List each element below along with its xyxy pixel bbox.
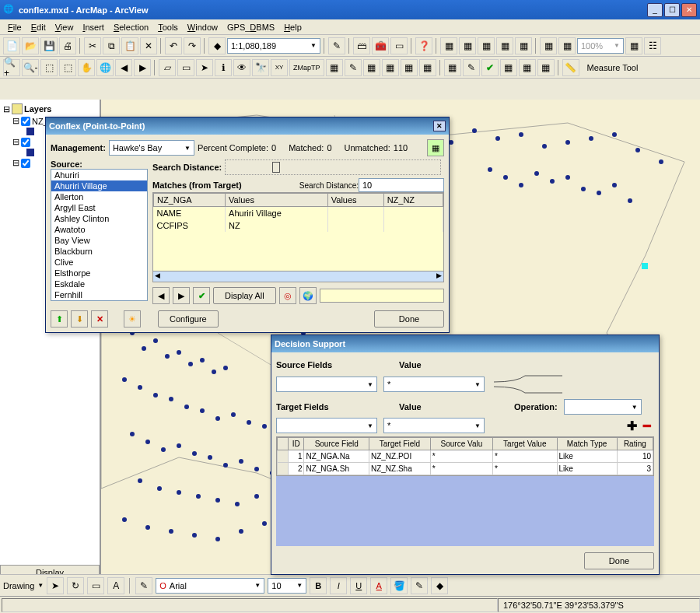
italic-icon[interactable]: I <box>330 577 347 594</box>
source-listbox[interactable]: AhuririAhuriri VillageAllertonArgyll Eas… <box>51 169 148 301</box>
arctoolbox-icon[interactable]: 🧰 <box>372 37 389 54</box>
tool-b[interactable]: ▦ <box>459 37 476 54</box>
source-fields-combo[interactable]: ▼ <box>276 377 377 392</box>
copy-icon[interactable]: ⧉ <box>103 37 120 54</box>
scale-combo[interactable]: ▼ <box>227 38 320 54</box>
management-combo[interactable]: Hawke's Bay▼ <box>109 140 194 156</box>
layer-checkbox[interactable] <box>21 117 30 126</box>
table-icon[interactable]: ▦ <box>427 139 444 156</box>
display-all-button[interactable]: Display All <box>213 287 276 304</box>
undo-icon[interactable]: ↶ <box>165 37 182 54</box>
cmdline-icon[interactable]: ▭ <box>390 37 408 54</box>
source-item[interactable]: Bay View <box>51 235 147 246</box>
conflex-close-icon[interactable]: ✕ <box>433 121 446 131</box>
whatsthis-icon[interactable]: ❓ <box>415 37 432 54</box>
source-item[interactable]: Ahuriri Village <box>51 180 147 191</box>
ds-titlebar[interactable]: Decision Support <box>271 335 659 352</box>
ruler-icon[interactable]: 📏 <box>562 59 579 76</box>
ds-done-button[interactable]: Done <box>584 552 654 569</box>
tool-m[interactable]: ▦ <box>401 59 418 76</box>
menu-insert[interactable]: Insert <box>78 21 109 33</box>
tool-n[interactable]: ▦ <box>419 59 436 76</box>
nextextent-icon[interactable]: ▶ <box>134 59 151 76</box>
pencil2-icon[interactable]: ✎ <box>463 59 480 76</box>
next-button[interactable]: ▶ <box>173 287 190 304</box>
source-value-combo[interactable]: *▼ <box>383 377 485 392</box>
remove-button[interactable]: ✕ <box>91 310 108 328</box>
zoom-combo[interactable]: 100%▼ <box>577 38 624 54</box>
down-button[interactable]: ⬇ <box>71 310 88 328</box>
fullextent-icon[interactable]: 🌐 <box>96 59 114 76</box>
arccatalog-icon[interactable]: 🗃 <box>353 37 370 54</box>
new-icon[interactable]: 📄 <box>3 37 20 54</box>
gotoxy-icon[interactable]: XY <box>271 59 288 76</box>
tool-r[interactable]: ▦ <box>537 59 555 76</box>
up-button[interactable]: ⬆ <box>51 310 68 328</box>
redo-icon[interactable]: ↷ <box>184 37 201 54</box>
target-fields-combo[interactable]: ▼ <box>276 418 377 433</box>
zmaptp-icon[interactable]: ZMapTP <box>289 59 324 76</box>
tool-f[interactable]: ▦ <box>540 37 557 54</box>
layer-checkbox-2[interactable] <box>21 138 30 147</box>
sd-input[interactable] <box>359 178 444 192</box>
print-icon[interactable]: 🖨 <box>59 37 76 54</box>
tool-g[interactable]: ▦ <box>558 37 576 54</box>
source-item[interactable]: Fernhill <box>51 289 147 300</box>
add-data-icon[interactable]: ◆ <box>208 37 226 54</box>
source-item[interactable]: Ahuriri <box>51 170 147 180</box>
tool-e[interactable]: ▦ <box>515 37 532 54</box>
layer-checkbox-3[interactable] <box>21 159 30 168</box>
source-item[interactable]: Eskdale <box>51 278 147 289</box>
source-item[interactable]: Ashley Clinton <box>51 213 147 224</box>
menu-gpsdbms[interactable]: GPS_DBMS <box>222 21 279 33</box>
remove-rule-icon[interactable]: ━ <box>640 419 654 433</box>
minimize-button[interactable]: _ <box>647 3 663 17</box>
accept-button[interactable]: ✔ <box>193 287 210 304</box>
pointer-icon[interactable]: ➤ <box>196 59 213 76</box>
fixedzoomin-icon[interactable]: ⬚ <box>40 59 58 76</box>
source-item[interactable]: Awatoto <box>51 224 147 235</box>
clearsel-icon[interactable]: ▭ <box>177 59 194 76</box>
binoculars-icon[interactable]: 🔭 <box>252 59 269 76</box>
conflex-titlebar[interactable]: Conflex (Point-to-Point) ✕ <box>46 117 449 135</box>
draw-rect-icon[interactable]: ▭ <box>87 577 104 594</box>
draw-pointer-icon[interactable]: ➤ <box>47 577 64 594</box>
prev-button[interactable]: ◀ <box>152 287 170 304</box>
check-icon[interactable]: ✔ <box>481 59 499 76</box>
select-icon[interactable]: ▱ <box>159 59 176 76</box>
tool-o[interactable]: ▦ <box>444 59 461 76</box>
paste-icon[interactable]: 📋 <box>121 37 138 54</box>
source-item[interactable]: Argyll East <box>51 202 147 213</box>
close-button[interactable]: ✕ <box>681 3 697 17</box>
maximize-button[interactable]: ☐ <box>664 3 680 17</box>
identify-icon[interactable]: ℹ <box>215 59 232 76</box>
tool-q[interactable]: ▦ <box>519 59 536 76</box>
globe-icon[interactable]: 🌍 <box>299 287 317 304</box>
fixedzoomout-icon[interactable]: ⬚ <box>59 59 76 76</box>
source-item[interactable]: Frasertown <box>51 300 147 301</box>
editor-icon[interactable]: ✎ <box>328 37 345 54</box>
font-combo[interactable]: O Arial ▼ <box>156 578 264 594</box>
tool-k[interactable]: ▦ <box>363 59 380 76</box>
tool-i[interactable]: ☷ <box>644 37 661 54</box>
target-icon[interactable]: ◎ <box>279 287 296 304</box>
menu-edit[interactable]: Edit <box>26 21 51 33</box>
markercolor-icon[interactable]: ◆ <box>431 577 448 594</box>
zoomin-icon[interactable]: 🔍+ <box>3 59 20 76</box>
bold-icon[interactable]: B <box>310 577 327 594</box>
menu-tools[interactable]: Tools <box>153 21 183 33</box>
add-rule-icon[interactable]: ✚ <box>625 419 639 433</box>
conflex-done-button[interactable]: Done <box>374 310 444 328</box>
sun-icon[interactable]: ☀ <box>124 310 141 328</box>
draw-rotate-icon[interactable]: ↻ <box>67 577 84 594</box>
fontsize-combo[interactable]: 10 ▼ <box>268 578 306 594</box>
save-icon[interactable]: 💾 <box>40 37 58 54</box>
pencil-icon[interactable]: ✎ <box>345 59 362 76</box>
tool-c[interactable]: ▦ <box>478 37 495 54</box>
fillcolor-icon[interactable]: 🪣 <box>390 577 408 594</box>
scale-input[interactable] <box>231 41 310 51</box>
pan-icon[interactable]: ✋ <box>78 59 95 76</box>
prevextent-icon[interactable]: ◀ <box>115 59 132 76</box>
tool-h[interactable]: ▦ <box>625 37 642 54</box>
draw-edit-icon[interactable]: ✎ <box>135 577 152 594</box>
